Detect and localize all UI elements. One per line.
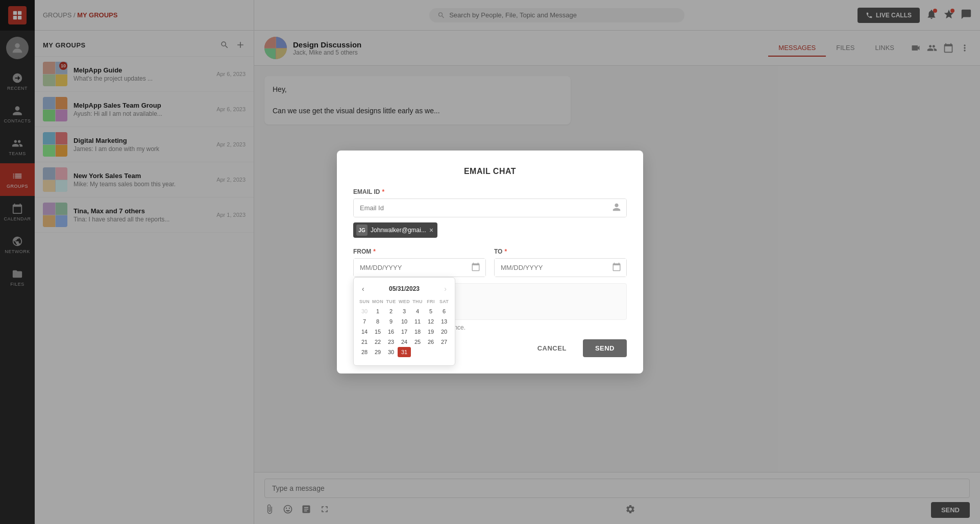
email-tag-text: Johnwalker@gmai...	[371, 227, 426, 234]
calendar-day[interactable]: 18	[411, 327, 424, 337]
email-tags-container: JG Johnwalker@gmai... ×	[353, 220, 627, 240]
calendar-day-empty	[411, 347, 424, 357]
email-input-wrap	[353, 198, 627, 217]
calendar-day[interactable]: 30	[384, 347, 398, 357]
to-date-group: TO *	[494, 248, 627, 277]
calendar-day[interactable]: 26	[424, 337, 437, 347]
email-chat-modal: EMAIL CHAT EMAIL ID * JG Johnwalker@gmai…	[337, 151, 643, 373]
calendar-day-empty	[437, 347, 451, 357]
to-required: *	[504, 248, 507, 255]
contact-lookup-icon	[612, 203, 621, 214]
calendar-day[interactable]: 30	[358, 306, 371, 316]
email-tag-avatar: JG	[356, 224, 368, 236]
calendar-day-empty	[398, 357, 411, 361]
calendar-day[interactable]: 1	[371, 306, 384, 316]
email-tag-remove[interactable]: ×	[429, 227, 433, 234]
calendar-day-headers: SUN MON TUE WED THU FRI SAT	[358, 298, 451, 306]
calendar-day[interactable]: 21	[358, 337, 371, 347]
calendar-days: 30 1 2 3 4 5 6 7 8 9 10 11 12	[358, 306, 451, 361]
calendar-nav: ‹ 05/31/2023 ›	[358, 282, 451, 298]
calendar-day[interactable]: 13	[437, 316, 451, 327]
calendar-popup: ‹ 05/31/2023 › SUN MON TUE WED THU FRI S…	[353, 277, 455, 366]
calendar-day-empty	[424, 347, 437, 357]
email-input[interactable]	[354, 199, 626, 217]
modal-overlay[interactable]: EMAIL CHAT EMAIL ID * JG Johnwalker@gmai…	[0, 0, 980, 524]
calendar-day[interactable]: 11	[411, 316, 424, 327]
calendar-day[interactable]: 25	[411, 337, 424, 347]
calendar-day[interactable]: 29	[371, 347, 384, 357]
cancel-button[interactable]: CANCEL	[527, 339, 577, 357]
email-id-label: EMAIL ID *	[353, 188, 627, 195]
from-required: *	[373, 248, 376, 255]
calendar-day[interactable]: 22	[371, 337, 384, 347]
calendar-day[interactable]: 12	[424, 316, 437, 327]
send-email-button[interactable]: SEND	[583, 339, 627, 357]
calendar-day[interactable]: 27	[437, 337, 451, 347]
calendar-day[interactable]: 10	[398, 316, 411, 327]
to-label: TO *	[494, 248, 627, 255]
calendar-next-button[interactable]: ›	[441, 284, 450, 294]
calendar-day-empty	[384, 357, 398, 361]
calendar-day-empty	[358, 357, 371, 361]
calendar-day[interactable]: 24	[398, 337, 411, 347]
calendar-day[interactable]: 8	[371, 316, 384, 327]
email-tag: JG Johnwalker@gmai... ×	[353, 222, 437, 238]
calendar-day[interactable]: 20	[437, 327, 451, 337]
calendar-day[interactable]: 7	[358, 316, 371, 327]
to-calendar-icon[interactable]	[612, 262, 621, 273]
from-label: FROM *	[353, 248, 486, 255]
from-date-input[interactable]	[354, 259, 485, 277]
from-calendar-icon[interactable]	[471, 262, 480, 273]
calendar-day[interactable]: 5	[424, 306, 437, 316]
email-id-group: EMAIL ID * JG Johnwalker@gmai... ×	[353, 188, 627, 240]
calendar-day[interactable]: 23	[384, 337, 398, 347]
calendar-day[interactable]: 6	[437, 306, 451, 316]
calendar-day[interactable]: 14	[358, 327, 371, 337]
modal-title: EMAIL CHAT	[353, 167, 627, 176]
calendar-day-selected[interactable]: 31	[398, 347, 411, 357]
calendar-day[interactable]: 16	[384, 327, 398, 337]
from-date-wrap	[353, 258, 486, 277]
required-marker: *	[382, 188, 384, 195]
calendar-day[interactable]: 2	[384, 306, 398, 316]
calendar-grid: SUN MON TUE WED THU FRI SAT 30 1 2	[358, 298, 451, 361]
to-date-input[interactable]	[495, 259, 626, 277]
from-date-group: FROM * ‹ 05/31/2023 ›	[353, 248, 486, 277]
calendar-day[interactable]: 17	[398, 327, 411, 337]
calendar-day[interactable]: 3	[398, 306, 411, 316]
calendar-month-label: 05/31/2023	[389, 285, 420, 292]
calendar-day[interactable]: 9	[384, 316, 398, 327]
calendar-day[interactable]: 28	[358, 347, 371, 357]
calendar-day[interactable]: 19	[424, 327, 437, 337]
date-range-row: FROM * ‹ 05/31/2023 ›	[353, 248, 627, 277]
calendar-prev-button[interactable]: ‹	[359, 284, 368, 294]
calendar-day[interactable]: 4	[411, 306, 424, 316]
calendar-day[interactable]: 15	[371, 327, 384, 337]
calendar-day-empty	[371, 357, 384, 361]
to-date-wrap	[494, 258, 627, 277]
